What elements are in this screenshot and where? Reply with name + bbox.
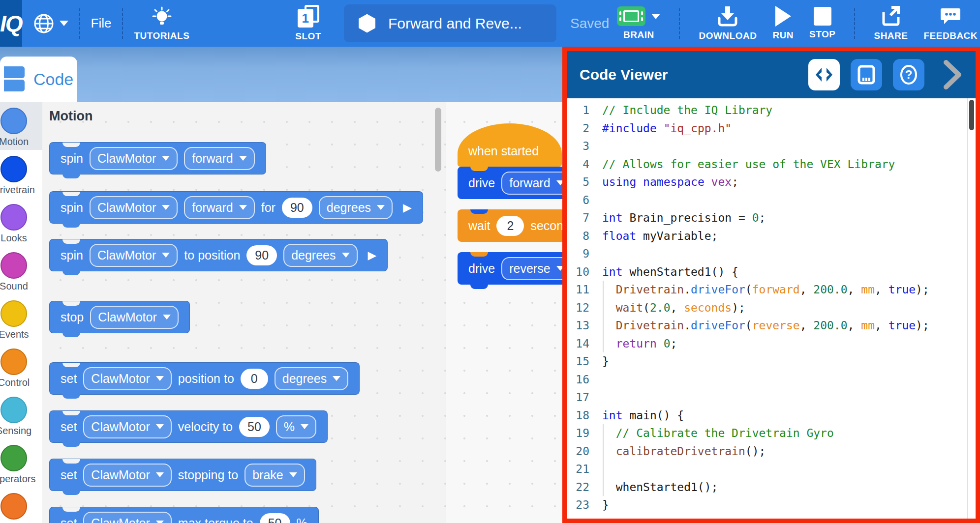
block-dropdown-forward[interactable]: forward xyxy=(184,147,254,170)
code-viewer-header: Code Viewer xyxy=(567,51,976,98)
block-dropdown-clawmotor[interactable]: ClawMotor xyxy=(83,367,171,390)
palette-block[interactable]: spinClawMotorforward xyxy=(49,142,266,174)
block-number-input[interactable]: 2 xyxy=(496,216,524,236)
code-scrollbar[interactable] xyxy=(967,98,976,519)
block-dropdown-degrees[interactable]: degrees xyxy=(319,196,393,219)
code-text: // Include the IQ Library xyxy=(602,101,772,119)
run-button[interactable]: RUN xyxy=(772,0,794,47)
block-dropdown-degrees[interactable]: degrees xyxy=(283,244,357,267)
block-label: stop xyxy=(61,310,84,324)
block-dropdown-clawmotor[interactable]: ClawMotor xyxy=(83,512,171,523)
share-button[interactable]: SHARE xyxy=(874,0,908,47)
help-button[interactable]: ? xyxy=(893,59,924,90)
palette-block[interactable]: spinClawMotorforwardfor90degrees▶ xyxy=(49,191,423,224)
language-menu-button[interactable] xyxy=(33,13,68,34)
code-viewer-panel: Code Viewer xyxy=(562,47,980,523)
block-number-input[interactable]: 50 xyxy=(260,513,290,523)
collapse-chevron-icon xyxy=(943,59,963,90)
slot-button[interactable]: 1 SLOT xyxy=(295,5,321,42)
chevron-down-icon xyxy=(156,521,164,523)
palette-block[interactable]: setClawMotorstopping tobrake xyxy=(49,459,316,491)
sidebar-item-drivetrain[interactable]: Drivetrain xyxy=(0,150,42,198)
blocks-icon xyxy=(4,65,26,93)
block-number-input[interactable]: 50 xyxy=(239,417,270,437)
stop-button[interactable]: STOP xyxy=(809,0,835,47)
download-button[interactable]: DOWNLOAD xyxy=(699,0,757,47)
dropdown-value: ClawMotor xyxy=(97,248,156,262)
block-label: stopping to xyxy=(178,468,238,482)
block-dropdown-clawmotor[interactable]: ClawMotor xyxy=(83,464,171,487)
category-sidebar: MotionDrivetrainLooksSoundEventsControlS… xyxy=(0,102,42,523)
block-label: spin xyxy=(61,201,83,215)
sidebar-item-operators[interactable]: Operators xyxy=(0,439,42,487)
palette-scrollbar[interactable] xyxy=(435,108,441,172)
sidebar-item-looks[interactable]: Looks xyxy=(0,198,42,246)
block-number-input[interactable]: 90 xyxy=(246,245,277,265)
file-menu-button[interactable]: File xyxy=(91,16,112,31)
block-dropdown-brake[interactable]: brake xyxy=(245,464,305,487)
code-scrollbar-thumb[interactable] xyxy=(969,100,974,130)
code-text: float myVariable; xyxy=(602,227,718,245)
code-line: 19 // Calibrate the Drivetrain Gyro xyxy=(567,424,976,442)
palette-block[interactable]: stopClawMotor xyxy=(49,301,190,333)
dropdown-value: degrees xyxy=(282,372,327,386)
code-line: 6 xyxy=(567,191,976,209)
sidebar-item-motion[interactable]: Motion xyxy=(0,102,42,150)
sidebar-item-sound[interactable]: Sound xyxy=(0,246,42,294)
palette-block[interactable]: setClawMotorvelocity to50% xyxy=(49,410,328,443)
sidebar-item-events[interactable]: Events xyxy=(0,294,42,343)
toolbar-separator xyxy=(79,8,80,39)
code-line: 13 Drivetrain.driveFor(reverse, 200.0, m… xyxy=(567,317,976,335)
brain-view-button[interactable] xyxy=(851,59,882,90)
code-line: 2#include "iq_cpp.h" xyxy=(567,119,976,138)
tutorials-button[interactable]: TUTORIALS xyxy=(134,5,189,41)
category-label: Sound xyxy=(0,281,28,292)
block-number-input[interactable]: 90 xyxy=(282,198,312,218)
palette-block[interactable]: setClawMotormax torque to50% xyxy=(49,507,319,523)
sidebar-item-control[interactable]: Control xyxy=(0,343,42,391)
sidebar-item-variables[interactable]: Variables xyxy=(0,487,42,523)
feedback-button[interactable]: FEEDBACK xyxy=(923,0,978,47)
dropdown-value: ClawMotor xyxy=(97,151,156,166)
block-dropdown-clawmotor[interactable]: ClawMotor xyxy=(90,306,178,329)
block-dropdown-degrees[interactable]: degrees xyxy=(275,367,348,390)
share-label: SHARE xyxy=(874,30,908,41)
dropdown-value: degrees xyxy=(291,248,336,262)
code-line: 7int Brain_precision = 0; xyxy=(567,209,976,227)
block-dropdown-forward[interactable]: forward xyxy=(184,196,254,219)
category-label: Motion xyxy=(0,136,29,147)
run-block-icon[interactable]: ▶ xyxy=(403,201,412,214)
brain-button[interactable]: BRAIN xyxy=(617,0,660,47)
block-label: spin xyxy=(61,151,83,166)
category-circle-icon xyxy=(0,300,27,327)
block-dropdown-[interactable]: % xyxy=(276,415,316,438)
dropdown-value: ClawMotor xyxy=(91,420,150,434)
tab-code[interactable]: Code xyxy=(0,57,77,102)
line-number: 22 xyxy=(567,478,602,496)
line-number: 23 xyxy=(567,496,602,514)
block-dropdown-clawmotor[interactable]: ClawMotor xyxy=(90,196,178,219)
line-number: 2 xyxy=(567,119,602,138)
collapse-panel-button[interactable] xyxy=(943,59,963,90)
code-text: // Allows for easier use of the VEX Libr… xyxy=(602,155,895,174)
category-circle-icon xyxy=(0,252,27,279)
chevron-down-icon xyxy=(163,315,171,320)
block-number-input[interactable]: 0 xyxy=(241,369,268,389)
dropdown-value: forward xyxy=(509,176,550,190)
block-dropdown-clawmotor[interactable]: ClawMotor xyxy=(90,147,178,170)
code-toggle-button[interactable] xyxy=(808,59,840,90)
run-block-icon[interactable]: ▶ xyxy=(368,249,377,262)
project-name-button[interactable]: Forward and Reve... xyxy=(344,4,556,42)
toolbar-left-group: File TUTORIALS xyxy=(22,0,610,47)
sidebar-item-sensing[interactable]: Sensing xyxy=(0,391,42,439)
block-dropdown-clawmotor[interactable]: ClawMotor xyxy=(90,244,178,267)
palette-block[interactable]: spinClawMotorto position90degrees▶ xyxy=(49,239,388,271)
palette-block[interactable]: setClawMotorposition to0degrees xyxy=(49,362,360,395)
block-dropdown-forward[interactable]: forward xyxy=(501,172,572,195)
block-dropdown-reverse[interactable]: reverse xyxy=(501,257,572,280)
block-label: when started xyxy=(468,144,539,158)
category-circle-icon xyxy=(0,204,27,231)
code-line: 22 whenStarted1(); xyxy=(567,478,976,496)
category-circle-icon xyxy=(0,108,27,134)
block-dropdown-clawmotor[interactable]: ClawMotor xyxy=(83,415,171,438)
